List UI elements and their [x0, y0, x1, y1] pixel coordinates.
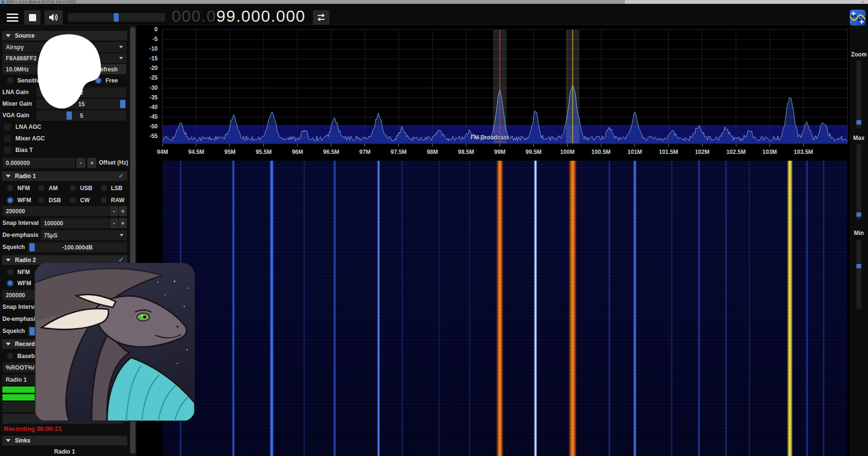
freq-tick-label: 101.5M	[654, 149, 683, 155]
freq-tick-mark	[432, 144, 433, 147]
module-enabled-check-icon[interactable]: ✓	[118, 256, 124, 263]
min-slider[interactable]	[856, 240, 861, 309]
offset-plus-button[interactable]: +	[87, 158, 96, 168]
freq-tick-mark	[770, 144, 770, 147]
freq-tick-mark	[803, 144, 804, 147]
offset-minus-button[interactable]: -	[76, 158, 85, 168]
freq-tick-mark	[500, 144, 500, 147]
fft-plot[interactable]: FM Broadcast	[163, 30, 847, 143]
max-slider[interactable]	[856, 144, 861, 220]
db-tick-label: -25	[138, 74, 158, 81]
zoom-slider[interactable]	[856, 60, 861, 128]
db-tick-label: -20	[138, 65, 158, 71]
gainmode-sensitive-radio[interactable]	[7, 77, 14, 84]
volume-slider[interactable]	[68, 13, 165, 22]
freq-tick-mark	[263, 144, 264, 147]
spectrum-display: 0-5-10-15-20-25-30-35-40-45-50-55 FM Bro…	[136, 25, 850, 456]
offset-input[interactable]: 0.000000	[2, 158, 75, 168]
radio1-mode-dsb[interactable]	[38, 197, 45, 204]
freq-tick-label: 94M	[148, 149, 177, 155]
vga-gain-slider[interactable]: 5	[37, 111, 126, 121]
freq-tick-mark	[230, 144, 230, 147]
frequency-leading-zeros: 000.0	[172, 7, 217, 25]
sinks-panel-header[interactable]: Sinks	[2, 436, 127, 445]
freq-tick-mark	[635, 144, 635, 147]
radio1-mode-cw[interactable]	[69, 197, 76, 204]
db-tick-label: -55	[138, 133, 158, 139]
censor-blob-overlay	[36, 33, 103, 111]
toolbar: 000.099.000.000	[0, 4, 868, 25]
freq-tick-mark	[331, 144, 331, 147]
mixer-agc-checkbox[interactable]	[4, 135, 11, 142]
radio1-snap-minus-button[interactable]: -	[110, 218, 118, 228]
stop-icon	[29, 14, 36, 21]
freq-tick-mark	[466, 144, 466, 147]
radio1-snap-plus-button[interactable]: +	[119, 218, 127, 228]
radio1-bw-minus-button[interactable]: -	[110, 206, 118, 216]
tuning-mode-button[interactable]	[313, 10, 329, 25]
freq-tick-label: 94.5M	[182, 149, 211, 155]
freq-tick-label: 98.5M	[452, 149, 481, 155]
frequency-display[interactable]: 000.099.000.000	[172, 7, 306, 25]
mute-button[interactable]	[44, 10, 63, 25]
freq-tick-mark	[163, 144, 163, 147]
radio1-bandwidth-input[interactable]: 200000	[2, 206, 109, 216]
db-tick-label: -5	[138, 36, 158, 42]
fft-settings-icon	[850, 10, 866, 26]
radio1-mode-usb[interactable]	[69, 185, 76, 192]
recorder-baseband-radio[interactable]	[7, 353, 14, 359]
freq-tick-mark	[736, 144, 736, 147]
freq-tick-mark	[668, 144, 669, 147]
zoom-label: Zoom	[850, 51, 868, 58]
radio1-mode-am[interactable]	[38, 185, 45, 192]
freq-tick-mark	[297, 144, 298, 147]
radio1-mode-lsb[interactable]	[100, 185, 107, 192]
collapse-caret-icon	[6, 439, 11, 442]
window-titlebar: SDR++ v1.0.4 (Built at 15:47:34, Dec 13 …	[0, 0, 868, 4]
radio1-panel-header[interactable]: Radio 1 ✓	[2, 171, 127, 181]
waterfall-display[interactable]	[163, 161, 847, 456]
swap-arrows-icon	[316, 13, 326, 22]
radio1-bw-plus-button[interactable]: +	[119, 206, 127, 216]
db-axis: 0-5-10-15-20-25-30-35-40-45-50-55	[136, 25, 162, 148]
freq-tick-mark	[567, 144, 568, 147]
freq-tick-label: 99M	[486, 149, 515, 155]
lna-agc-checkbox[interactable]	[4, 124, 11, 131]
chevron-down-icon	[120, 234, 123, 236]
radio1-mode-raw[interactable]	[100, 197, 107, 204]
volume-slider-handle[interactable]	[114, 13, 119, 22]
freq-tick-mark	[601, 144, 601, 147]
freq-tick-label: 99.5M	[519, 149, 548, 155]
menu-button[interactable]	[5, 11, 20, 24]
hamburger-icon	[7, 14, 18, 15]
radio1-squelch-slider[interactable]: -100.000dB	[28, 242, 127, 252]
collapse-caret-icon	[6, 343, 11, 345]
freq-tick-label: 102M	[688, 149, 717, 155]
freq-tick-label: 100M	[553, 149, 582, 155]
radio1-mode-nfm[interactable]	[7, 185, 14, 192]
radio1-deemphasis-select[interactable]: 75µS	[41, 230, 127, 240]
freq-tick-mark	[398, 144, 399, 147]
dragon-artwork	[35, 263, 195, 421]
app-icon	[1, 0, 4, 3]
freq-tick-label: 98M	[418, 149, 447, 155]
db-tick-label: -45	[138, 113, 158, 120]
min-label: Min	[850, 230, 868, 236]
freq-tick-mark	[196, 144, 196, 147]
stop-button[interactable]	[24, 10, 41, 25]
sink-stream-title: Radio 1	[0, 448, 129, 455]
frequency-axis: 94M94.5M95M95.5M96M96.5M97M97.5M98M98.5M…	[163, 143, 847, 161]
radio2-mode-wfm[interactable]	[7, 280, 14, 287]
freq-tick-label: 96.5M	[317, 149, 346, 155]
module-enabled-check-icon[interactable]: ✓	[118, 172, 124, 180]
freq-tick-label: 95M	[216, 149, 244, 155]
display-settings-button[interactable]	[850, 10, 866, 26]
freq-tick-label: 96M	[283, 149, 312, 155]
bias-t-checkbox[interactable]	[4, 147, 11, 154]
window-controls[interactable]: ✕	[862, 0, 866, 4]
radio2-mode-nfm[interactable]	[7, 269, 14, 276]
radio1-snap-input[interactable]: 100000	[41, 218, 109, 228]
radio1-mode-wfm[interactable]	[7, 197, 14, 204]
chevron-down-icon	[119, 57, 123, 59]
band-plan-label: FM Broadcast	[463, 134, 516, 141]
